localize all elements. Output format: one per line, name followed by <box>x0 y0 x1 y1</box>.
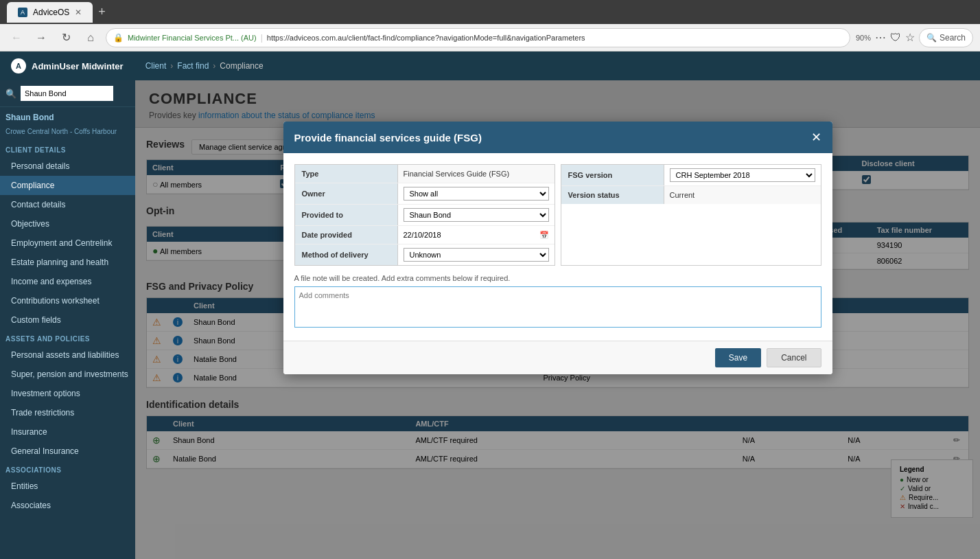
dialog-delivery-label: Method of delivery <box>295 244 398 265</box>
dialog-close-button[interactable]: ✕ <box>811 130 821 145</box>
dialog-fsg-version-select[interactable]: CRH September 2018 <box>670 168 815 182</box>
dialog-owner-row: Owner Show all <box>295 183 555 205</box>
sidebar-item-entities[interactable]: Entities <box>0 477 135 496</box>
url-bar[interactable]: 🔒 Midwinter Financial Services Pt... (AU… <box>106 28 850 47</box>
sidebar-item-investment-options[interactable]: Investment options <box>0 384 135 403</box>
breadcrumb: Client › Fact find › Compliance <box>145 61 264 71</box>
dialog-date-label: Date provided <box>295 226 398 244</box>
dialog-date-value: 22/10/2018 📅 <box>398 226 555 244</box>
dialog-provided-to-row: Provided to Shaun Bond <box>295 205 555 226</box>
forward-button[interactable]: → <box>32 28 51 47</box>
sidebar-item-associates[interactable]: Associates <box>0 496 135 515</box>
sidebar-item-personal-details[interactable]: Personal details <box>0 157 135 176</box>
sidebar-item-contributions[interactable]: Contributions worksheet <box>0 291 135 310</box>
dialog-title: Provide financial services guide (FSG) <box>294 132 482 144</box>
sidebar-item-super[interactable]: Super, pension and investments <box>0 365 135 384</box>
dialog-delivery-select[interactable]: Unknown <box>404 248 549 262</box>
sidebar-section-client-details: CLIENT DETAILS <box>0 141 135 157</box>
dialog-overlay: Provide financial services guide (FSG) ✕… <box>135 80 980 559</box>
dialog: Provide financial services guide (FSG) ✕… <box>283 122 832 374</box>
sidebar-item-income[interactable]: Income and expenses <box>0 272 135 291</box>
dialog-form-grid: Type Financial Services Guide (FSG) Owne… <box>294 164 821 266</box>
url-separator: | <box>261 33 263 43</box>
dialog-owner-value: Show all <box>398 183 555 204</box>
sidebar-item-objectives[interactable]: Objectives <box>0 214 135 233</box>
dialog-filenote-message: A file note will be created. Add extra c… <box>294 274 821 282</box>
sidebar-item-custom-fields[interactable]: Custom fields <box>0 310 135 330</box>
dialog-date-row: Date provided 22/10/2018 📅 <box>295 226 555 244</box>
home-button[interactable]: ⌂ <box>81 28 100 47</box>
app-header: A AdminUser Midwinter Client › Fact find… <box>0 52 980 80</box>
sidebar-search-input[interactable] <box>21 86 113 101</box>
dialog-owner-select[interactable]: Show all <box>404 187 549 201</box>
more-options-icon[interactable]: ⋯ <box>875 31 886 44</box>
dialog-type-row: Type Financial Services Guide (FSG) <box>295 165 555 183</box>
nav-right: 90% ⋯ 🛡 ☆ 🔍 Search <box>856 28 973 47</box>
tab-title: AdviceOS <box>33 8 69 17</box>
calendar-icon[interactable]: 📅 <box>539 231 549 240</box>
dialog-type-value: Financial Services Guide (FSG) <box>398 165 555 183</box>
dialog-version-status-label: Version status <box>561 186 664 204</box>
reload-button[interactable]: ↻ <box>56 28 75 47</box>
dialog-header: Provide financial services guide (FSG) ✕ <box>283 122 832 153</box>
sidebar-item-contact-details[interactable]: Contact details <box>0 195 135 214</box>
dialog-fsg-version-row: FSG version CRH September 2018 <box>561 165 821 186</box>
sidebar-item-estate[interactable]: Estate planning and health <box>0 253 135 272</box>
star-icon[interactable]: ☆ <box>905 31 915 44</box>
sidebar-item-compliance[interactable]: Compliance <box>0 176 135 195</box>
sidebar-user-name: Shaun Bond <box>0 107 135 128</box>
sidebar-section-assets: ASSETS AND POLICIES <box>0 330 135 345</box>
dialog-type-label: Type <box>295 165 398 183</box>
lock-icon: 🔒 <box>113 33 124 43</box>
app-logo: A AdminUser Midwinter <box>11 58 124 73</box>
sidebar-item-insurance[interactable]: Insurance <box>0 422 135 442</box>
sidebar-item-personal-assets[interactable]: Personal assets and liabilities <box>0 345 135 365</box>
dialog-body: Type Financial Services Guide (FSG) Owne… <box>283 153 832 341</box>
back-button[interactable]: ← <box>7 28 26 47</box>
dialog-delivery-row: Method of delivery Unknown <box>295 244 555 265</box>
sidebar-user-location: Crowe Central North - Coffs Harbour <box>0 128 135 141</box>
dialog-cancel-button[interactable]: Cancel <box>767 348 821 367</box>
url-full: https://adviceos.com.au/client/fact-find… <box>267 34 585 42</box>
dialog-footer: Save Cancel <box>283 341 832 374</box>
sidebar-item-trade-restrictions[interactable]: Trade restrictions <box>0 403 135 422</box>
browser-tab[interactable]: A AdviceOS ✕ <box>7 2 93 23</box>
dialog-save-button[interactable]: Save <box>715 348 761 367</box>
main-layout: 🔍 Shaun Bond Crowe Central North - Coffs… <box>0 80 980 559</box>
breadcrumb-client[interactable]: Client <box>145 61 167 71</box>
dialog-date-text: 22/10/2018 <box>404 231 441 239</box>
breadcrumb-sep-2: › <box>213 61 215 71</box>
dialog-version-status-value: Current <box>664 186 821 204</box>
tab-close-button[interactable]: ✕ <box>75 8 82 17</box>
content-area: COMPLIANCE Provides key information abou… <box>135 80 980 559</box>
new-tab-button[interactable]: + <box>98 5 106 19</box>
dialog-delivery-value: Unknown <box>398 244 555 265</box>
dialog-fsg-version-label: FSG version <box>561 165 664 185</box>
breadcrumb-factfind[interactable]: Fact find <box>177 61 209 71</box>
browser-nav: ← → ↻ ⌂ 🔒 Midwinter Financial Services P… <box>0 24 980 52</box>
sidebar-search: 🔍 <box>0 80 135 107</box>
app-name: AdminUser Midwinter <box>32 61 124 71</box>
dialog-version-status-row: Version status Current <box>561 186 821 204</box>
dialog-owner-label: Owner <box>295 183 398 204</box>
dialog-fsg-version-value: CRH September 2018 <box>664 165 821 185</box>
dialog-provided-to-label: Provided to <box>295 205 398 225</box>
sidebar-item-employment[interactable]: Employment and Centrelink <box>0 233 135 253</box>
sidebar-search-icon: 🔍 <box>5 89 16 99</box>
sidebar-item-general-insurance[interactable]: General Insurance <box>0 442 135 461</box>
adviceos-icon: A <box>11 58 26 73</box>
breadcrumb-sep-1: › <box>170 61 173 71</box>
breadcrumb-compliance: Compliance <box>220 61 263 71</box>
sidebar-section-associations: ASSOCIATIONS <box>0 461 135 477</box>
search-box[interactable]: 🔍 Search <box>919 28 973 47</box>
browser-chrome: A AdviceOS ✕ + <box>0 0 980 24</box>
dialog-provided-to-select[interactable]: Shaun Bond <box>404 208 549 222</box>
sidebar: 🔍 Shaun Bond Crowe Central North - Coffs… <box>0 80 135 559</box>
shield-icon[interactable]: 🛡 <box>890 32 901 44</box>
dialog-left-panel: Type Financial Services Guide (FSG) Owne… <box>294 164 555 266</box>
search-label: Search <box>940 33 966 43</box>
zoom-level: 90% <box>856 34 871 42</box>
dialog-comments-input[interactable] <box>294 286 821 328</box>
dialog-right-panel: FSG version CRH September 2018 Version s… <box>561 164 821 266</box>
search-icon: 🔍 <box>926 33 937 43</box>
